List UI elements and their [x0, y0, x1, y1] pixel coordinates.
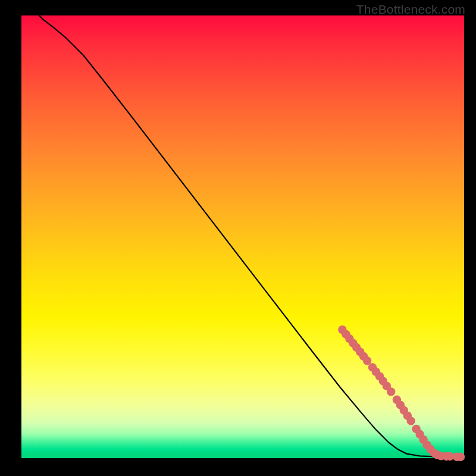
plot-area	[21, 15, 464, 458]
data-points	[338, 325, 465, 461]
data-point	[407, 416, 415, 425]
curve-layer	[21, 15, 464, 458]
data-point	[363, 356, 371, 365]
data-point	[387, 387, 395, 396]
data-point	[456, 453, 465, 461]
watermark-text: TheBottleneck.com	[356, 2, 465, 17]
bottleneck-curve	[39, 15, 464, 457]
chart-frame: TheBottleneck.com	[0, 0, 476, 476]
